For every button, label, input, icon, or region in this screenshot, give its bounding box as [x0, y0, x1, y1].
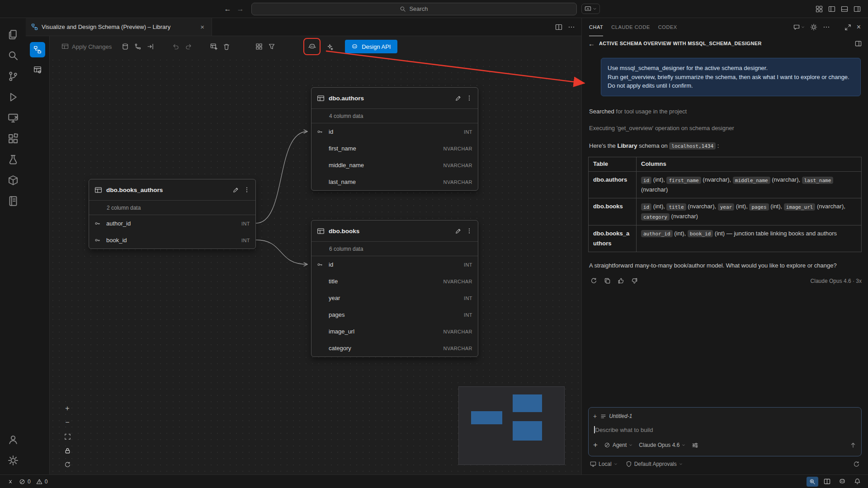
testing-icon[interactable] [3, 149, 24, 170]
command-center-search[interactable]: Search [251, 3, 577, 15]
zoom-status-icon[interactable] [807, 477, 818, 487]
copilot-icon[interactable] [306, 40, 318, 53]
column-row[interactable]: yearINT [311, 290, 478, 306]
redo-icon[interactable] [182, 40, 195, 53]
model-picker-dropdown[interactable]: Claude Opus 4.6 [639, 442, 685, 448]
table-more-icon[interactable] [466, 95, 472, 101]
toggle-sidebar-icon[interactable] [828, 5, 835, 13]
maximize-panel-icon[interactable] [844, 24, 851, 31]
settings-gear-icon[interactable] [3, 450, 24, 471]
fit-to-screen-icon[interactable] [62, 432, 72, 441]
chat-settings-gear-icon[interactable] [810, 23, 817, 31]
extensions-icon[interactable] [3, 128, 24, 149]
chat-history-icon[interactable] [793, 23, 805, 31]
tab-schema-designer[interactable]: Visualize and Design Schema (Preview) – … [26, 18, 212, 36]
warnings-indicator[interactable]: 0 [33, 477, 51, 487]
server-disconnected-icon[interactable] [3, 108, 24, 128]
sparkle-edit-icon[interactable] [323, 40, 336, 53]
errors-indicator[interactable]: 0 [16, 477, 33, 487]
context-file-chip[interactable]: Untitled-1 [600, 413, 632, 419]
table-node-rows: author_idINTbook_idINT [89, 215, 255, 249]
search-icon[interactable] [3, 45, 24, 66]
more-actions-icon[interactable] [568, 23, 575, 31]
filter-icon[interactable] [265, 40, 278, 53]
packages-icon[interactable] [3, 170, 24, 191]
copy-icon[interactable] [603, 277, 612, 286]
add-context-icon[interactable]: + [593, 413, 597, 420]
tab-chat[interactable]: CHAT [589, 18, 603, 36]
edit-table-icon[interactable] [232, 187, 239, 193]
edit-table-icon[interactable] [455, 95, 462, 102]
run-debug-icon[interactable] [3, 87, 24, 108]
session-history-icon[interactable] [853, 461, 860, 468]
compare-schema-icon[interactable] [132, 40, 144, 53]
schema-diagram-view-button[interactable] [30, 42, 45, 57]
copilot-status-icon[interactable] [836, 477, 849, 487]
apply-changes-button[interactable]: Apply Changes [59, 40, 114, 53]
toggle-secondary-sidebar-icon[interactable] [854, 5, 861, 13]
chat-more-icon[interactable] [823, 23, 830, 31]
delete-table-icon[interactable] [220, 40, 233, 53]
open-editor-layout-icon[interactable] [855, 40, 862, 47]
publish-icon[interactable] [119, 40, 132, 53]
accounts-icon[interactable] [3, 429, 24, 450]
column-row[interactable]: idINT [311, 256, 478, 273]
zoom-out-button[interactable]: − [62, 418, 72, 427]
table-more-icon[interactable] [466, 228, 472, 234]
table-designer-view-button[interactable] [30, 62, 45, 77]
customize-layout-icon[interactable] [816, 5, 823, 13]
regenerate-icon[interactable] [589, 277, 598, 286]
attach-icon[interactable]: + [593, 441, 598, 450]
source-control-icon[interactable] [3, 66, 24, 87]
column-row[interactable]: book_idINT [89, 232, 255, 249]
remote-indicator[interactable] [5, 477, 16, 487]
design-api-button[interactable]: Design API [345, 40, 397, 53]
back-button[interactable]: ← [222, 3, 234, 15]
auto-layout-icon[interactable] [253, 40, 265, 53]
lock-icon[interactable] [62, 446, 72, 455]
screen-share-button[interactable] [581, 4, 600, 14]
table-more-icon[interactable] [244, 187, 250, 193]
table-node-authors[interactable]: dbo.authors 4 column data idINTfirst_nam… [311, 87, 478, 191]
notebook-icon[interactable] [3, 191, 24, 211]
chat-input-card[interactable]: + Untitled-1 Describe what to build + [588, 407, 862, 456]
approvals-dropdown[interactable]: Default Approvals [626, 461, 683, 467]
notifications-bell-icon[interactable] [851, 477, 863, 487]
schema-canvas[interactable]: dbo.authors 4 column data idINTfirst_nam… [50, 57, 581, 474]
edit-table-icon[interactable] [455, 228, 462, 235]
chat-text-input[interactable]: Describe what to build [593, 422, 857, 438]
thumbs-up-icon[interactable] [616, 277, 625, 286]
column-row[interactable]: titleNVARCHAR [311, 273, 478, 290]
table-node-books-authors[interactable]: dbo.books_authors 2 column data author_i… [89, 179, 256, 249]
canvas-minimap[interactable] [458, 386, 565, 465]
tab-close-icon[interactable]: × [198, 23, 206, 31]
column-row[interactable]: image_urlNVARCHAR [311, 323, 478, 340]
editor-layout-status-icon[interactable] [821, 477, 833, 487]
tab-codex[interactable]: CODEX [658, 18, 677, 36]
column-row[interactable]: first_nameNVARCHAR [311, 140, 478, 157]
send-icon[interactable] [849, 441, 857, 449]
table-node-books[interactable]: dbo.books 6 column data idINTtitleNVARCH… [311, 220, 478, 357]
explorer-icon[interactable] [3, 24, 24, 45]
column-row[interactable]: categoryNVARCHAR [311, 340, 478, 357]
environment-dropdown[interactable]: Local [590, 461, 618, 467]
split-editor-icon[interactable] [555, 23, 562, 31]
close-panel-icon[interactable]: × [857, 23, 861, 31]
column-row[interactable]: idINT [311, 123, 478, 140]
tools-sliders-icon[interactable] [692, 442, 698, 449]
agent-mode-dropdown[interactable]: Agent [604, 442, 632, 448]
column-row[interactable]: middle_nameNVARCHAR [311, 157, 478, 174]
zoom-in-button[interactable]: + [62, 404, 72, 413]
column-row[interactable]: last_nameNVARCHAR [311, 174, 478, 190]
forward-button[interactable]: → [234, 3, 247, 15]
undo-icon[interactable] [170, 40, 182, 53]
column-row[interactable]: author_idINT [89, 215, 255, 232]
back-icon[interactable]: ← [588, 40, 595, 47]
export-icon[interactable] [144, 40, 157, 53]
thumbs-down-icon[interactable] [630, 277, 639, 286]
column-row[interactable]: pagesINT [311, 306, 478, 323]
add-table-icon[interactable] [208, 40, 220, 53]
tab-claude-code[interactable]: CLAUDE CODE [611, 18, 650, 36]
sync-icon[interactable] [62, 460, 72, 469]
toggle-panel-icon[interactable] [841, 5, 848, 13]
